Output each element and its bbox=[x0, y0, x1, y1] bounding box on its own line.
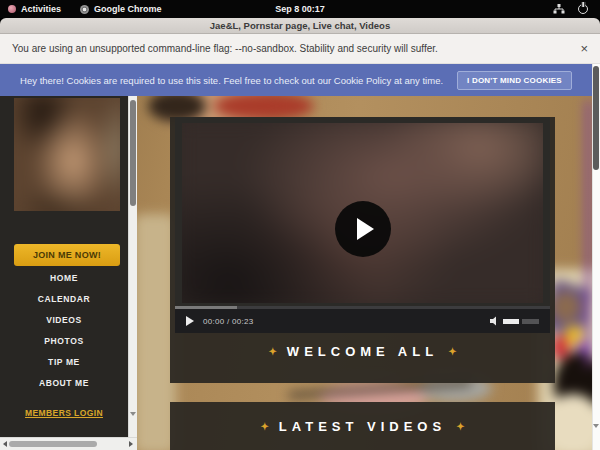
join-me-now-button[interactable]: JOIN ME NOW! bbox=[14, 244, 120, 266]
cookie-banner: Hey there! Cookies are required to use t… bbox=[0, 64, 592, 96]
profile-photo[interactable] bbox=[14, 98, 120, 211]
sidebar-item-tip-me[interactable]: TIP ME bbox=[0, 352, 128, 373]
diamond-icon: ✦ bbox=[448, 346, 456, 357]
welcome-heading-text: WELCOME ALL bbox=[287, 344, 438, 359]
sidebar-item-photos[interactable]: PHOTOS bbox=[0, 331, 128, 352]
accept-cookies-button[interactable]: I DON'T MIND COOKIES bbox=[457, 71, 572, 90]
network-icon[interactable] bbox=[553, 4, 565, 14]
activities-indicator-icon bbox=[8, 5, 16, 13]
video-poster[interactable] bbox=[182, 123, 543, 303]
members-login-link[interactable]: MEMBERS LOGIN bbox=[0, 408, 128, 418]
sidebar-item-videos[interactable]: VIDEOS bbox=[0, 310, 128, 331]
cookie-message: Hey there! Cookies are required to use t… bbox=[20, 75, 443, 86]
infobar: You are using an unsupported command-lin… bbox=[0, 34, 600, 64]
chrome-icon bbox=[80, 5, 89, 14]
page-viewport: Hey there! Cookies are required to use t… bbox=[0, 64, 600, 450]
system-top-bar: Activities Google Chrome Sep 8 00:17 bbox=[0, 0, 600, 18]
latest-videos-section: ✦ LATEST VIDEOS ✦ bbox=[170, 402, 555, 450]
close-icon[interactable]: × bbox=[580, 42, 588, 55]
welcome-section: 00:00 / 00:23 ✦ WELCOME ALL ✦ bbox=[170, 117, 555, 383]
sidebar-horizontal-scrollbar[interactable] bbox=[0, 437, 137, 450]
bg-blob bbox=[586, 100, 591, 366]
window-titlebar[interactable]: Jae&L, Pornstar page, Live chat, Videos bbox=[0, 18, 600, 34]
sidebar-item-home[interactable]: HOME bbox=[0, 268, 128, 289]
volume-track-bar[interactable] bbox=[522, 319, 539, 324]
latest-videos-heading-text: LATEST VIDEOS bbox=[279, 419, 446, 434]
scroll-left-icon[interactable] bbox=[3, 441, 7, 447]
scroll-down-icon[interactable] bbox=[130, 412, 136, 433]
bg-blob bbox=[552, 292, 580, 322]
diamond-icon: ✦ bbox=[260, 421, 268, 432]
speaker-icon[interactable] bbox=[490, 316, 500, 326]
infobar-message: You are using an unsupported command-lin… bbox=[12, 43, 438, 54]
sidebar-item-calendar[interactable]: CALENDAR bbox=[0, 289, 128, 310]
diamond-icon: ✦ bbox=[268, 346, 276, 357]
sidebar-nav: HOME CALENDAR VIDEOS PHOTOS TIP ME ABOUT… bbox=[0, 268, 128, 394]
welcome-heading: ✦ WELCOME ALL ✦ bbox=[170, 341, 555, 361]
video-controls: 00:00 / 00:23 bbox=[175, 306, 550, 333]
scroll-right-icon[interactable] bbox=[129, 441, 133, 447]
sidebar: JOIN ME NOW! HOME CALENDAR VIDEOS PHOTOS… bbox=[0, 96, 128, 437]
volume-control[interactable] bbox=[490, 316, 539, 326]
play-icon[interactable] bbox=[186, 316, 194, 326]
screen: Activities Google Chrome Sep 8 00:17 Jae… bbox=[0, 0, 600, 450]
sidebar-hscrollbar-thumb[interactable] bbox=[9, 441, 97, 447]
activities-button[interactable]: Activities bbox=[21, 4, 61, 14]
sidebar-scrollbar-thumb[interactable] bbox=[130, 100, 136, 206]
sidebar-vertical-scrollbar[interactable] bbox=[128, 96, 137, 437]
diamond-icon: ✦ bbox=[456, 421, 464, 432]
focused-app-menu[interactable]: Google Chrome bbox=[94, 4, 162, 14]
page-vertical-scrollbar[interactable] bbox=[592, 64, 600, 450]
page-scrollbar-thumb[interactable] bbox=[593, 66, 599, 170]
scroll-down-icon[interactable] bbox=[593, 424, 599, 445]
video-player: 00:00 / 00:23 bbox=[175, 117, 550, 333]
sidebar-item-about-me[interactable]: ABOUT ME bbox=[0, 373, 128, 394]
volume-level-bar[interactable] bbox=[503, 319, 519, 324]
bg-blob bbox=[214, 92, 314, 120]
play-button[interactable] bbox=[335, 201, 391, 257]
page-title: Jae&L, Pornstar page, Live chat, Videos bbox=[210, 20, 390, 31]
profile-photo-blur bbox=[14, 98, 120, 211]
video-time: 00:00 / 00:23 bbox=[203, 317, 254, 326]
power-icon[interactable] bbox=[578, 4, 588, 14]
